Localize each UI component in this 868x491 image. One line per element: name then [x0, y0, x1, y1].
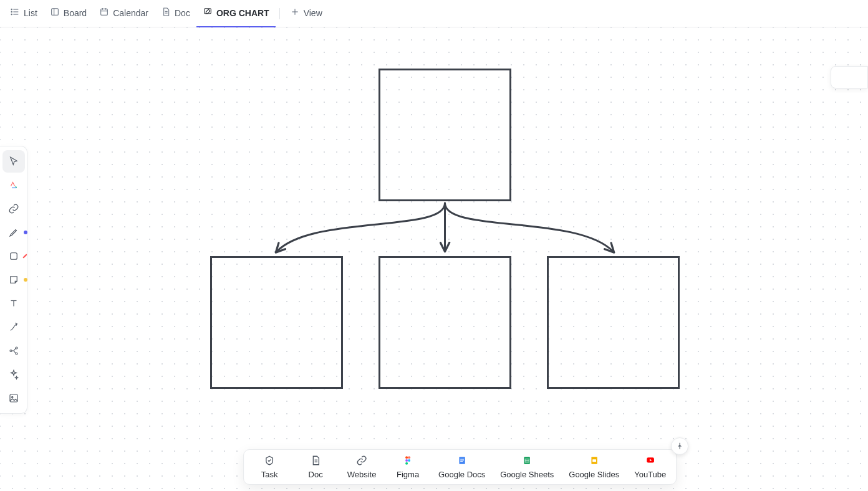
- color-dot: [22, 254, 27, 258]
- separator: [279, 8, 280, 19]
- embed-label: Google Slides: [569, 470, 619, 479]
- tab-label: Board: [64, 8, 87, 18]
- svg-rect-23: [10, 394, 17, 402]
- svg-rect-34: [460, 460, 464, 460]
- select-tool[interactable]: [2, 150, 25, 173]
- embed-google-docs[interactable]: Google Docs: [438, 455, 485, 479]
- tab-label: Doc: [175, 8, 190, 18]
- view-tabs-bar: List Board Calendar Doc ORG CHART View: [0, 0, 868, 27]
- embed-label: Google Sheets: [500, 470, 554, 479]
- drawing-toolbar: [0, 146, 27, 414]
- mindmap-tool[interactable]: [2, 340, 25, 362]
- shape-tool[interactable]: [2, 245, 25, 267]
- figma-icon: [402, 455, 413, 466]
- embed-google-slides[interactable]: Google Slides: [569, 455, 619, 479]
- svg-point-29: [405, 459, 408, 462]
- svg-rect-35: [460, 461, 463, 462]
- pin-toolbar-button[interactable]: [671, 437, 688, 455]
- svg-point-20: [10, 350, 12, 352]
- whiteboard-icon: [203, 7, 213, 19]
- svg-rect-6: [51, 9, 58, 16]
- embed-label: Task: [261, 470, 278, 479]
- org-chart-child-box-middle[interactable]: [379, 256, 511, 389]
- canvas-controls-pill[interactable]: [831, 66, 868, 88]
- embed-label: YouTube: [634, 470, 666, 479]
- connector-tool[interactable]: [2, 316, 25, 338]
- svg-point-5: [11, 14, 12, 14]
- task-icon: [264, 455, 275, 466]
- svg-point-3: [11, 9, 12, 9]
- whiteboard-canvas[interactable]: Task Doc Website Figma Google Docs: [0, 27, 868, 491]
- org-chart-child-box-right[interactable]: [547, 256, 680, 389]
- embed-youtube[interactable]: YouTube: [634, 455, 666, 479]
- doc-icon: [161, 7, 171, 19]
- svg-point-31: [405, 462, 408, 465]
- embed-label: Figma: [397, 470, 419, 479]
- tab-board[interactable]: Board: [44, 0, 93, 27]
- youtube-icon: [645, 455, 656, 466]
- ai-tool[interactable]: [2, 174, 25, 196]
- tab-calendar[interactable]: Calendar: [93, 0, 155, 27]
- tab-label: View: [304, 8, 322, 18]
- list-icon: [10, 7, 20, 19]
- svg-rect-8: [101, 9, 108, 15]
- tab-label: List: [24, 8, 37, 18]
- embed-website[interactable]: Website: [346, 455, 377, 479]
- svg-point-22: [16, 353, 17, 355]
- plus-icon: [290, 7, 300, 19]
- embed-toolbar: Task Doc Website Figma Google Docs: [243, 449, 677, 485]
- link-icon: [356, 455, 367, 466]
- color-dot: [24, 231, 27, 234]
- svg-point-4: [11, 11, 12, 12]
- sticky-note-tool[interactable]: [2, 269, 25, 291]
- tab-label: ORG CHART: [216, 8, 269, 18]
- tab-label: Calendar: [113, 8, 148, 18]
- embed-task[interactable]: Task: [254, 455, 285, 479]
- tab-list[interactable]: List: [4, 0, 44, 27]
- svg-rect-41: [592, 459, 596, 462]
- org-chart-root-box[interactable]: [379, 69, 511, 201]
- svg-point-21: [16, 347, 17, 349]
- google-sheets-icon: [521, 455, 533, 466]
- tab-doc[interactable]: Doc: [155, 0, 196, 27]
- doc-icon: [310, 455, 321, 466]
- image-tool[interactable]: [2, 387, 25, 409]
- link-tool[interactable]: [2, 198, 25, 220]
- embed-label: Website: [347, 470, 377, 479]
- generate-tool[interactable]: [2, 363, 25, 386]
- tab-add-view[interactable]: View: [284, 0, 329, 27]
- embed-doc[interactable]: Doc: [300, 455, 331, 479]
- svg-point-30: [408, 459, 410, 462]
- calendar-icon: [99, 7, 109, 19]
- embed-label: Doc: [309, 470, 323, 479]
- google-docs-icon: [456, 455, 468, 466]
- svg-point-27: [405, 456, 408, 459]
- embed-figma[interactable]: Figma: [392, 455, 423, 479]
- text-tool[interactable]: [2, 292, 25, 315]
- svg-rect-17: [10, 253, 17, 260]
- tab-orgchart[interactable]: ORG CHART: [196, 0, 276, 27]
- embed-label: Google Docs: [438, 470, 485, 479]
- svg-point-28: [408, 456, 410, 459]
- google-slides-icon: [589, 455, 600, 466]
- org-chart-child-box-left[interactable]: [210, 256, 343, 389]
- embed-google-sheets[interactable]: Google Sheets: [500, 455, 554, 479]
- svg-rect-33: [460, 459, 464, 460]
- board-icon: [50, 7, 60, 19]
- svg-point-24: [11, 396, 12, 398]
- color-dot: [24, 278, 27, 282]
- highlighter-tool[interactable]: [2, 221, 25, 244]
